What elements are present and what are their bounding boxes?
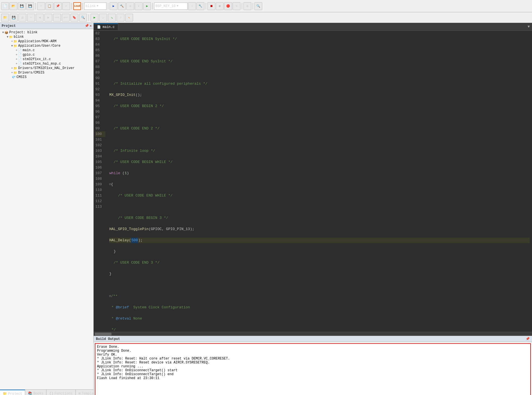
window-btn[interactable]: ⊞ bbox=[243, 2, 251, 10]
find-btn2[interactable]: 🔍 bbox=[79, 14, 87, 22]
prev-btn[interactable]: ◀ bbox=[36, 14, 44, 22]
config-btn2[interactable]: 🔧 bbox=[197, 2, 204, 10]
undo-btn[interactable]: ↩ bbox=[62, 2, 70, 10]
code-content[interactable]: /* USER CODE BEGIN SysInit */ /* USER CO… bbox=[107, 31, 532, 332]
ln-100: 100 bbox=[95, 131, 105, 137]
more-btn[interactable]: ≡ bbox=[233, 2, 240, 10]
step-out2-btn[interactable]: ↖ bbox=[125, 14, 133, 22]
project-root-label: Project: blink bbox=[9, 30, 37, 34]
pin-icon[interactable]: 📌 bbox=[85, 24, 89, 28]
step-over-btn[interactable]: ↘ bbox=[108, 14, 116, 22]
load-btn[interactable]: Load bbox=[73, 2, 81, 10]
print-btn[interactable]: 🖨 bbox=[18, 14, 26, 22]
bookmark-btn[interactable]: 🔖 bbox=[70, 14, 78, 22]
step-out-btn[interactable]: ↗ bbox=[117, 14, 124, 22]
build-title: Build Output bbox=[96, 337, 120, 341]
editor-file-icon: 📄 bbox=[97, 25, 101, 29]
stop-btn[interactable]: ⏹ bbox=[207, 2, 215, 10]
expand-cmsis-drv-icon[interactable]: + bbox=[11, 71, 13, 74]
project-tree: ▼ 📦 Project: blink ▼ 📁 blink + 📁 Applica… bbox=[0, 29, 93, 389]
project-tab-label: Project bbox=[8, 392, 22, 395]
tree-cmsis[interactable]: 💎 CMSIS bbox=[0, 75, 93, 79]
tree-stm32-it[interactable]: + 📄 stm32f1xx_it.c bbox=[0, 57, 93, 62]
run-btn[interactable]: 🔴 bbox=[224, 2, 232, 10]
expand-mdk-icon[interactable]: + bbox=[11, 40, 13, 43]
tree-user-core[interactable]: ▼ 📁 Application/User/Core bbox=[0, 44, 93, 48]
tree-cmsis-driver[interactable]: + 📁 Drivers/CMSIS bbox=[0, 70, 93, 75]
code-line-104 bbox=[109, 282, 530, 288]
tree-hal-driver[interactable]: + 📁 Drivers/STM32F1xx_HAL_Driver bbox=[0, 66, 93, 70]
expand-msp-icon[interactable]: + bbox=[16, 62, 17, 65]
copy-btn[interactable]: 📋 bbox=[46, 2, 53, 10]
rebuild-btn[interactable]: ⚙ bbox=[126, 2, 134, 10]
build-line-4: * JLink Info: Reset: Halt core after res… bbox=[97, 357, 529, 361]
horizontal-scrollbar[interactable] bbox=[94, 332, 532, 336]
chevron-down-icon[interactable]: ▼ bbox=[97, 4, 98, 8]
ln-95: 95 bbox=[95, 103, 105, 109]
tree-gpio-c[interactable]: + 📄 gpio.c bbox=[0, 53, 93, 57]
open-file-btn[interactable]: 📁 bbox=[1, 14, 9, 22]
expand-gpio-icon[interactable]: + bbox=[16, 53, 17, 56]
expand-root-icon[interactable]: ▼ bbox=[2, 31, 4, 34]
next-btn[interactable]: ▶ bbox=[44, 14, 52, 22]
tree-stm32-msp[interactable]: + 📄 stm32f1xx_hal_msp.c bbox=[0, 62, 93, 66]
gpio-c-file-icon: 📄 bbox=[18, 53, 22, 57]
toolbar: 📄 📂 💾 💾 ✂ 📋 📌 ↩ Load blink ▼ ▶ 🔨 ⚙ ⬇ ▶ B… bbox=[0, 0, 532, 12]
target-dropdown[interactable]: blink ▼ bbox=[84, 3, 107, 10]
reset-btn[interactable]: ⊘ bbox=[216, 2, 224, 10]
search-btn[interactable]: 🔍 bbox=[254, 2, 262, 10]
save-btn[interactable]: 💾 bbox=[18, 2, 26, 10]
ln-113: 113 bbox=[95, 204, 105, 210]
right-panel: 📄 main.c ▼ 82 83 84 85 86 87 88 89 90 91… bbox=[94, 23, 532, 395]
open-btn[interactable]: 📂 bbox=[10, 2, 17, 10]
flash-btn[interactable]: ▶ bbox=[143, 2, 151, 10]
hal-folder-icon: 📁 bbox=[13, 67, 17, 70]
debug-btn[interactable]: ▶ bbox=[110, 2, 117, 10]
cut2-btn[interactable]: ✂ bbox=[27, 14, 35, 22]
expand-blink-icon[interactable]: ▼ bbox=[7, 36, 8, 39]
expand-it-icon[interactable]: + bbox=[16, 58, 17, 61]
project-tab-icon: 📁 bbox=[3, 392, 7, 395]
code-area[interactable]: 82 83 84 85 86 87 88 89 90 91 92 93 94 9… bbox=[94, 31, 532, 332]
code-line-88: /* USER CODE BEGIN 2 */ bbox=[109, 103, 530, 109]
expand-hal-icon[interactable]: + bbox=[11, 67, 13, 70]
save-all-btn[interactable]: 💾 bbox=[26, 2, 34, 10]
cmsis-driver-label: Drivers/CMSIS bbox=[18, 71, 44, 75]
outdent-btn[interactable]: ⟸ bbox=[62, 14, 70, 22]
expand-core-icon[interactable]: ▼ bbox=[11, 44, 13, 48]
build-line-6: Application running ... bbox=[97, 365, 529, 368]
new-file-btn[interactable]: 📄 bbox=[1, 2, 9, 10]
tree-project-root[interactable]: ▼ 📦 Project: blink bbox=[0, 30, 93, 35]
expand-main-icon[interactable]: + bbox=[16, 49, 17, 52]
code-line-89 bbox=[109, 115, 530, 120]
ln-112: 112 bbox=[95, 198, 105, 204]
build-btn[interactable]: 🔨 bbox=[118, 2, 126, 10]
tree-main-c[interactable]: + 📄 main.c bbox=[0, 48, 93, 53]
bsp-chevron-icon[interactable]: ▼ bbox=[177, 4, 178, 8]
download-btn[interactable]: ⬇ bbox=[135, 2, 143, 10]
tab-books[interactable]: 📚 Books bbox=[25, 390, 46, 395]
config-btn1[interactable]: ⚡ bbox=[188, 2, 196, 10]
close-icon[interactable]: ✕ bbox=[90, 24, 92, 28]
editor-tab-main-c[interactable]: 📄 main.c bbox=[94, 23, 118, 30]
tab-project[interactable]: 📁 Project bbox=[0, 390, 25, 395]
code-line-84: /* USER CODE END SysInit */ bbox=[109, 59, 530, 64]
stm32-msp-file-icon: 📄 bbox=[18, 62, 22, 66]
indent-btn[interactable]: ⟹ bbox=[53, 14, 61, 22]
dropdown-value: blink bbox=[86, 4, 96, 8]
step-btn[interactable]: ↙ bbox=[99, 14, 107, 22]
editor-scroll-btn[interactable]: ▼ bbox=[525, 23, 532, 30]
tree-mdk-arm[interactable]: + 📁 Application/MDK-ARM bbox=[0, 39, 93, 44]
code-line-86: /* Initialize all configured peripherals… bbox=[109, 81, 530, 87]
run2-btn[interactable]: ▶ bbox=[91, 14, 98, 22]
cut-btn[interactable]: ✂ bbox=[37, 2, 45, 10]
build-pin-icon[interactable]: 📌 bbox=[526, 337, 530, 341]
tree-blink[interactable]: ▼ 📁 blink bbox=[0, 35, 93, 39]
paste-btn[interactable]: 📌 bbox=[54, 2, 62, 10]
bsp-dropdown[interactable]: BSP_KEY_10 ▼ bbox=[154, 3, 188, 10]
ln-107: 107 bbox=[95, 171, 105, 176]
tab-functions[interactable]: {} Functions bbox=[46, 390, 75, 395]
templates-tab-icon: ⊞ bbox=[79, 391, 81, 395]
save2-btn[interactable]: 💾 bbox=[10, 14, 18, 22]
scroll-thumb[interactable] bbox=[95, 333, 112, 335]
